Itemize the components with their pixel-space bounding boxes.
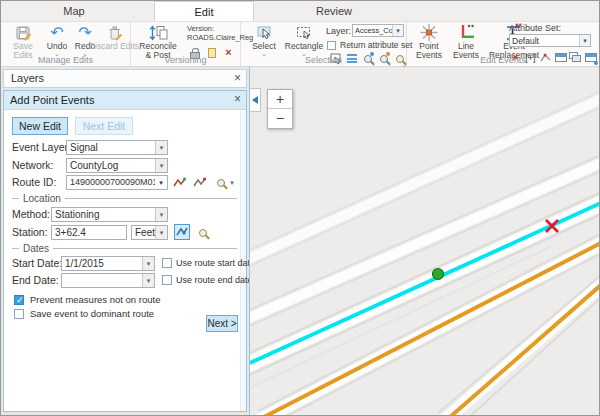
ribbon-tab-bar: Map Edit Review (1, 1, 599, 22)
station-unit-dropdown-icon[interactable]: ▾ (155, 226, 167, 239)
arcgis-pro-window: Map Edit Review Save Edits ↶ Undo ⌄ ↷ Re… (0, 0, 600, 416)
add-point-events-header[interactable]: Add Point Events × (4, 91, 246, 110)
next-edit-button[interactable]: Next Edit (75, 117, 133, 135)
collapse-pane-button[interactable] (249, 88, 261, 112)
network-label: Network: (12, 158, 53, 173)
map-canvas (250, 67, 599, 415)
method-label: Method: (12, 207, 50, 222)
layer-combo-arrow-icon[interactable]: ▾ (392, 25, 403, 36)
event-layer-select[interactable]: Signal▾ (66, 140, 168, 155)
ribbon: Save Edits ↶ Undo ⌄ ↷ Redo ⌄ Discard Edi… (1, 22, 599, 67)
add-point-events-close-icon[interactable]: × (234, 91, 241, 108)
prevent-measures-checkbox[interactable] (14, 295, 24, 305)
layers-close-icon[interactable]: × (234, 70, 241, 87)
save-to-dominant-label: Save event to dominant route (30, 307, 154, 321)
save-icon (14, 23, 32, 42)
redo-icon: ↷ (78, 23, 91, 42)
add-point-events-pane: Add Point Events × New Edit Next Edit Ev… (3, 90, 247, 412)
new-edit-button[interactable]: New Edit (12, 117, 68, 135)
undo-button[interactable]: ↶ Undo ⌄ (44, 23, 70, 57)
use-route-start-date-checkbox[interactable] (162, 258, 172, 268)
select-route-from-selection-icon[interactable] (192, 176, 206, 189)
start-date-dropdown-icon[interactable]: ▾ (142, 257, 154, 270)
end-date-dropdown-icon[interactable]: ▾ (142, 274, 154, 287)
start-date-label: Start Date: (12, 256, 62, 271)
pick-location-on-map-icon[interactable] (174, 224, 190, 240)
zoom-route-dropdown-icon[interactable]: ▾ (228, 176, 236, 189)
route-id-combobox[interactable]: 14900000700090M01▾ (66, 175, 168, 190)
trash-icon (105, 23, 123, 42)
layer-label: Layer: (326, 27, 351, 36)
use-route-start-date-label: Use route start date (176, 256, 255, 270)
save-to-dominant-checkbox[interactable] (14, 309, 24, 319)
zoom-out-button[interactable]: − (268, 109, 292, 128)
return-attribute-set-option[interactable]: Return attribute set (327, 40, 412, 50)
layer-combobox[interactable]: Access_Control ▾ (352, 24, 404, 37)
station-input[interactable]: 3+62.4 (51, 225, 127, 240)
add-point-events-title: Add Point Events (10, 91, 94, 109)
attribute-set-combo-arrow-icon[interactable]: ▾ (579, 35, 590, 46)
use-route-end-date-checkbox[interactable] (162, 275, 172, 285)
tab-edit[interactable]: Edit (154, 1, 254, 21)
left-dock: Layers × Add Point Events × New Edit Nex… (1, 67, 249, 415)
zoom-to-station-icon[interactable] (196, 226, 210, 239)
method-select[interactable]: Stationing▾ (51, 207, 168, 222)
rectangle-button[interactable]: Rectangle ⌄ (283, 23, 325, 57)
content-area: Layers × Add Point Events × New Edit Nex… (1, 67, 599, 415)
route-id-label: Route ID: (12, 175, 56, 190)
undo-icon: ↶ (50, 23, 63, 42)
event-layer-label: Event Layer: (12, 140, 71, 155)
collapse-arrow-icon (252, 96, 258, 104)
line-events-icon (456, 23, 476, 42)
reconcile-icon (149, 23, 168, 42)
group-label-versioning: Versioning (131, 55, 240, 65)
select-button[interactable]: Select ⌄ (247, 23, 281, 57)
tab-review[interactable]: Review (284, 1, 384, 21)
point-events-icon (419, 23, 439, 42)
return-attribute-set-checkbox[interactable] (327, 41, 336, 50)
group-manage-edits: Save Edits ↶ Undo ⌄ ↷ Redo ⌄ Discard Edi… (1, 22, 131, 66)
group-label-edit-events: Edit Events (407, 55, 599, 65)
group-label-selection: Selection (241, 55, 406, 65)
start-date-input[interactable]: 1/1/2015▾ (61, 256, 155, 271)
station-unit-select[interactable]: Feet▾ (131, 225, 168, 240)
event-layer-dropdown-icon[interactable]: ▾ (155, 141, 167, 154)
group-versioning: Reconcile & Post Version: ROADS.Claire_R… (131, 22, 241, 66)
network-dropdown-icon[interactable]: ▾ (155, 159, 167, 172)
location-section-separator: Location (12, 192, 237, 204)
group-edit-events: Point Events Line Events Event Replaceme… (407, 22, 599, 66)
attribute-set-combobox[interactable]: Default ▾ (509, 34, 591, 47)
rectangle-select-icon (294, 23, 314, 42)
group-label-manage-edits: Manage Edits (1, 55, 130, 65)
station-label: Station: (12, 225, 48, 240)
use-route-end-date-label: Use route end date (176, 273, 253, 287)
layers-pane-title: Layers (11, 70, 44, 87)
point-event-marker[interactable] (433, 269, 444, 280)
redo-button[interactable]: ↷ Redo ⌄ (72, 23, 98, 57)
network-select[interactable]: CountyLog▾ (66, 158, 168, 173)
map-view[interactable]: + − (249, 67, 599, 415)
end-date-label: End Date: (12, 273, 59, 288)
end-date-input[interactable]: ▾ (61, 273, 155, 288)
select-icon (254, 23, 274, 42)
add-point-events-body: New Edit Next Edit Event Layer: Signal▾ … (4, 111, 246, 411)
road-casing (444, 281, 599, 415)
route-id-dropdown-icon[interactable]: ▾ (155, 176, 167, 189)
zoom-in-button[interactable]: + (268, 90, 292, 109)
map-zoom-control: + − (267, 89, 293, 129)
method-dropdown-icon[interactable]: ▾ (155, 208, 167, 221)
dates-section-separator: Dates (12, 242, 237, 254)
zoom-to-route-icon[interactable] (214, 176, 228, 189)
group-selection: Select ⌄ Rectangle ⌄ Layer: Access_Contr… (241, 22, 407, 66)
select-route-on-map-icon[interactable] (172, 176, 186, 189)
attribute-set-label: Attribute Set: (509, 24, 561, 33)
layers-pane-header[interactable]: Layers × (3, 69, 247, 88)
prevent-measures-label: Prevent measures not on route (30, 293, 160, 307)
next-button[interactable]: Next > (206, 315, 238, 332)
discard-edits-button[interactable]: Discard Edits (99, 23, 129, 51)
tab-map[interactable]: Map (24, 1, 124, 21)
